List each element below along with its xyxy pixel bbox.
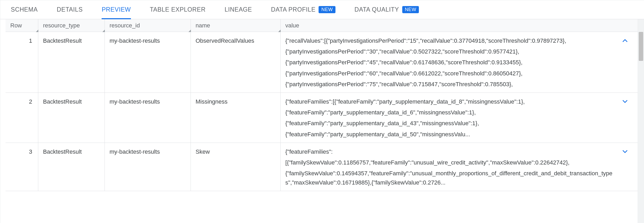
preview-panel: SCHEMADETAILSPREVIEWTABLE EXPLORERLINEAG… xyxy=(0,0,644,223)
header-resource-type[interactable]: resource_type◢ xyxy=(38,19,105,32)
tab-label: SCHEMA xyxy=(11,6,38,13)
cell-resource-type: BacktestResult xyxy=(38,93,105,143)
cell-name: ObservedRecallValues xyxy=(191,32,281,93)
tab-schema[interactable]: SCHEMA xyxy=(11,0,38,19)
scroll-thumb[interactable] xyxy=(639,32,643,61)
table-row: 1BacktestResultmy-backtest-resultsObserv… xyxy=(6,32,638,93)
tab-label: DATA QUALITY xyxy=(354,6,399,13)
table-row: 3BacktestResultmy-backtest-resultsSkew{"… xyxy=(6,143,638,191)
row-number: 2 xyxy=(6,93,38,143)
header-resource-id[interactable]: resource_id◢ xyxy=(105,19,191,32)
resize-handle-icon[interactable]: ◢ xyxy=(278,30,281,32)
tab-data-profile[interactable]: DATA PROFILENEW xyxy=(271,0,335,19)
cell-value: {"recallValues":[{"partyInvestigationsPe… xyxy=(281,32,638,93)
data-grid: Row◢ resource_type◢ resource_id◢ name◢ v… xyxy=(6,19,638,223)
header-name[interactable]: name◢ xyxy=(191,19,281,32)
new-badge: NEW xyxy=(402,6,419,13)
header-value[interactable]: value xyxy=(281,19,638,32)
table-wrap: Row◢ resource_type◢ resource_id◢ name◢ v… xyxy=(0,19,644,223)
value-text: {"featureFamilies":[{"featureFamily":"pa… xyxy=(285,97,617,139)
vertical-scrollbar[interactable] xyxy=(638,19,644,223)
row-number: 3 xyxy=(6,143,38,191)
cell-resource-id: my-backtest-results xyxy=(105,93,191,143)
tab-bar: SCHEMADETAILSPREVIEWTABLE EXPLORERLINEAG… xyxy=(0,0,644,19)
cell-resource-id: my-backtest-results xyxy=(105,32,191,93)
cell-value: {"featureFamilies":[{"familySkewValue":0… xyxy=(281,143,638,191)
tab-preview[interactable]: PREVIEW xyxy=(102,0,131,19)
cell-name: Skew xyxy=(191,143,281,191)
cell-resource-type: BacktestResult xyxy=(38,143,105,191)
resize-handle-icon[interactable]: ◢ xyxy=(102,30,105,32)
tab-lineage[interactable]: LINEAGE xyxy=(225,0,252,19)
chevron-down-icon[interactable] xyxy=(617,97,633,139)
tab-details[interactable]: DETAILS xyxy=(57,0,83,19)
value-text: {"featureFamilies":[{"familySkewValue":0… xyxy=(285,147,617,187)
cell-resource-type: BacktestResult xyxy=(38,32,105,93)
cell-value: {"featureFamilies":[{"featureFamily":"pa… xyxy=(281,93,638,143)
header-row-num[interactable]: Row◢ xyxy=(6,19,38,32)
tab-data-quality[interactable]: DATA QUALITYNEW xyxy=(354,0,419,19)
tab-label: DATA PROFILE xyxy=(271,6,316,13)
tab-table-explorer[interactable]: TABLE EXPLORER xyxy=(150,0,206,19)
resize-handle-icon[interactable]: ◢ xyxy=(188,30,191,32)
row-number: 1 xyxy=(6,32,38,93)
new-badge: NEW xyxy=(319,6,335,13)
tab-label: PREVIEW xyxy=(102,6,131,13)
tab-label: TABLE EXPLORER xyxy=(150,6,206,13)
cell-resource-id: my-backtest-results xyxy=(105,143,191,191)
chevron-up-icon[interactable] xyxy=(617,36,633,89)
resize-handle-icon[interactable]: ◢ xyxy=(36,30,38,32)
table-row: 2BacktestResultmy-backtest-resultsMissin… xyxy=(6,93,638,143)
tab-label: LINEAGE xyxy=(225,6,252,13)
tab-label: DETAILS xyxy=(57,6,83,13)
header-row: Row◢ resource_type◢ resource_id◢ name◢ v… xyxy=(6,19,638,32)
chevron-down-icon[interactable] xyxy=(617,147,633,187)
value-text: {"recallValues":[{"partyInvestigationsPe… xyxy=(285,36,617,89)
cell-name: Missingness xyxy=(191,93,281,143)
